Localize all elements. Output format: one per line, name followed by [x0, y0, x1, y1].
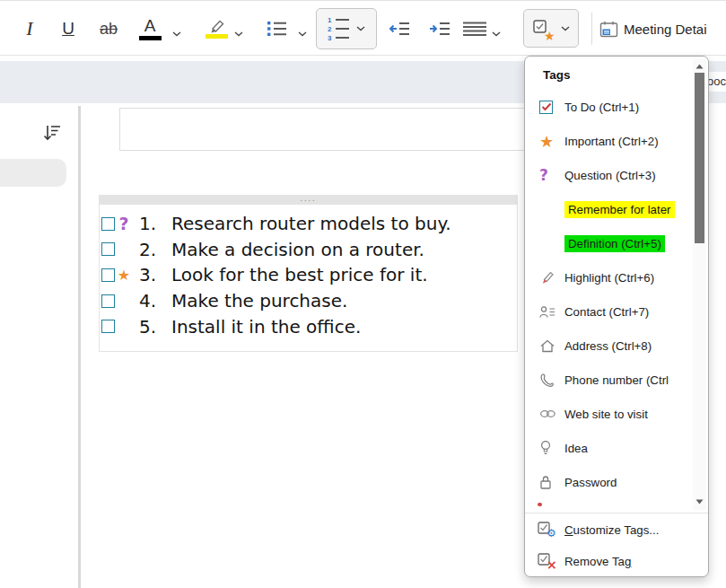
tags-button-active[interactable]: ★ — [523, 9, 579, 48]
chevron-down-icon — [234, 31, 243, 37]
scroll-up-arrow[interactable] — [694, 60, 705, 72]
note-outline-container: .... ? 1. Research router models to buy.… — [99, 195, 518, 352]
onenote-window: I U ab A — [0, 0, 726, 588]
meeting-details-label: Meeting Detai — [624, 22, 707, 37]
numbered-list-button-active[interactable]: 1 2 3 — [316, 8, 377, 49]
tags-menu-title: Tags — [543, 68, 708, 82]
list-number: 1. — [133, 213, 156, 234]
chevron-down-icon — [172, 31, 181, 37]
section-tab-partial[interactable]: ooc — [707, 72, 726, 92]
formatting-toolbar: I U ab A — [0, 0, 726, 56]
chevron-down-icon[interactable] — [561, 26, 570, 31]
list-number: 4. — [133, 290, 156, 312]
remove-tag-icon: × — [538, 553, 564, 571]
bullet-list-icon — [267, 20, 288, 38]
phone-icon — [539, 373, 564, 388]
todo-checkbox[interactable] — [101, 217, 115, 231]
increase-indent-button[interactable] — [426, 8, 453, 49]
menu-item-question[interactable]: ? Question (Ctrl+3) — [525, 158, 695, 192]
font-color-dropdown-chevron[interactable] — [172, 24, 181, 40]
alignment-button[interactable] — [460, 8, 489, 49]
bullet-list-dropdown-chevron[interactable] — [298, 24, 307, 40]
list-item-text[interactable]: Look for the best price for it. — [171, 264, 428, 285]
panel-divider — [78, 106, 81, 588]
highlighter-dropdown-chevron[interactable] — [234, 24, 243, 40]
alignment-dropdown-chevron[interactable] — [492, 24, 501, 40]
todo-list-item[interactable]: 5. Install it in the office. — [100, 313, 517, 339]
italic-icon: I — [26, 17, 32, 40]
menu-item-important[interactable]: ★ Important (Ctrl+2) — [525, 124, 695, 158]
customize-tags-icon: ⚙ — [538, 522, 564, 540]
tags-menu-items: To Do (Ctrl+1) ★ Important (Ctrl+2) ? Qu… — [525, 90, 695, 499]
menu-item-address[interactable]: Address (Ctrl+8) — [525, 329, 695, 363]
question-mark-icon: ? — [539, 166, 564, 184]
calendar-icon — [599, 21, 618, 38]
menu-item-remember-for-later[interactable]: Remember for later — [525, 192, 695, 226]
todo-checkbox[interactable] — [101, 294, 115, 308]
highlighter-button[interactable] — [201, 8, 232, 49]
underline-button[interactable]: U — [56, 8, 81, 49]
sort-pages-button[interactable] — [39, 120, 65, 145]
chevron-down-icon — [298, 31, 307, 37]
chevron-down-icon[interactable] — [356, 26, 365, 31]
list-number: 5. — [133, 316, 156, 338]
menu-scrollbar[interactable] — [693, 59, 706, 510]
page-title-box[interactable] — [119, 108, 592, 151]
important-star-icon: ★ — [539, 132, 564, 151]
outline-body: ? 1. Research router models to buy. 2. M… — [99, 205, 518, 352]
strikethrough-button[interactable]: ab — [93, 8, 124, 49]
todo-list-item[interactable]: ? 1. Research router models to buy. — [100, 211, 517, 237]
highlighter-icon — [206, 20, 228, 39]
important-tag-icon: ★ — [115, 267, 133, 284]
todo-checkbox[interactable] — [101, 320, 115, 333]
menu-item-idea[interactable]: Idea — [525, 431, 695, 465]
todo-list-item[interactable]: 4. Make the purchase. — [100, 288, 517, 314]
decrease-indent-icon — [388, 21, 411, 37]
sort-descending-icon — [41, 122, 63, 144]
lock-icon — [539, 475, 564, 490]
list-item-text[interactable]: Research router models to buy. — [171, 213, 451, 234]
menu-item-todo[interactable]: To Do (Ctrl+1) — [525, 90, 695, 124]
meeting-details-label-area[interactable]: Meeting Detai — [624, 8, 726, 49]
menu-item-web-site[interactable]: Web site to visit — [525, 397, 695, 431]
scroll-down-arrow[interactable] — [694, 496, 705, 507]
lightbulb-icon — [539, 440, 564, 456]
italic-button[interactable]: I — [18, 8, 41, 49]
contact-person-icon — [539, 305, 564, 319]
customize-tags-menu-item[interactable]: ⚙ Customize Tags... — [525, 514, 708, 546]
menu-item-phone-number[interactable]: Phone number (Ctrl — [525, 363, 695, 397]
scrollbar-thumb[interactable] — [695, 73, 704, 243]
meeting-details-button[interactable] — [598, 8, 619, 49]
link-icon — [539, 408, 564, 419]
menu-item-password[interactable]: Password — [525, 465, 695, 499]
menu-item-definition[interactable]: Definition (Ctrl+5) — [525, 226, 695, 260]
home-icon — [539, 338, 564, 354]
menu-item-contact[interactable]: Contact (Ctrl+7) — [525, 294, 695, 329]
todo-list-item[interactable]: 2. Make a decision on a router. — [100, 237, 517, 263]
list-item-text[interactable]: Install it in the office. — [171, 316, 361, 338]
list-number: 3. — [133, 264, 156, 285]
todo-checkbox[interactable] — [101, 242, 115, 256]
todo-checkbox[interactable] — [101, 268, 115, 282]
chevron-down-icon — [492, 31, 501, 37]
page-list-selected-item[interactable] — [0, 159, 66, 187]
toolbar-separator — [591, 13, 592, 45]
highlight-pen-icon — [539, 270, 564, 285]
font-color-icon: A — [139, 17, 162, 40]
question-tag-icon: ? — [115, 214, 133, 233]
list-item-text[interactable]: Make a decision on a router. — [171, 239, 424, 260]
remove-tag-menu-item[interactable]: × Remove Tag — [525, 546, 708, 577]
underline-icon: U — [62, 19, 74, 39]
menu-item-highlight[interactable]: Highlight (Ctrl+6) — [525, 260, 695, 294]
todo-list-item[interactable]: ★ 3. Look for the best price for it. — [100, 262, 517, 288]
outline-drag-handle[interactable]: .... — [99, 195, 518, 205]
strikethrough-icon: ab — [100, 20, 118, 39]
list-item-text[interactable]: Make the purchase. — [171, 290, 347, 312]
todo-tag-icon — [539, 101, 564, 114]
font-color-button[interactable]: A — [135, 8, 165, 49]
list-number: 2. — [133, 239, 156, 260]
decrease-indent-button[interactable] — [386, 8, 413, 49]
bullet-list-button[interactable] — [264, 8, 291, 49]
align-justify-icon — [462, 22, 487, 36]
increase-indent-icon — [428, 21, 451, 37]
